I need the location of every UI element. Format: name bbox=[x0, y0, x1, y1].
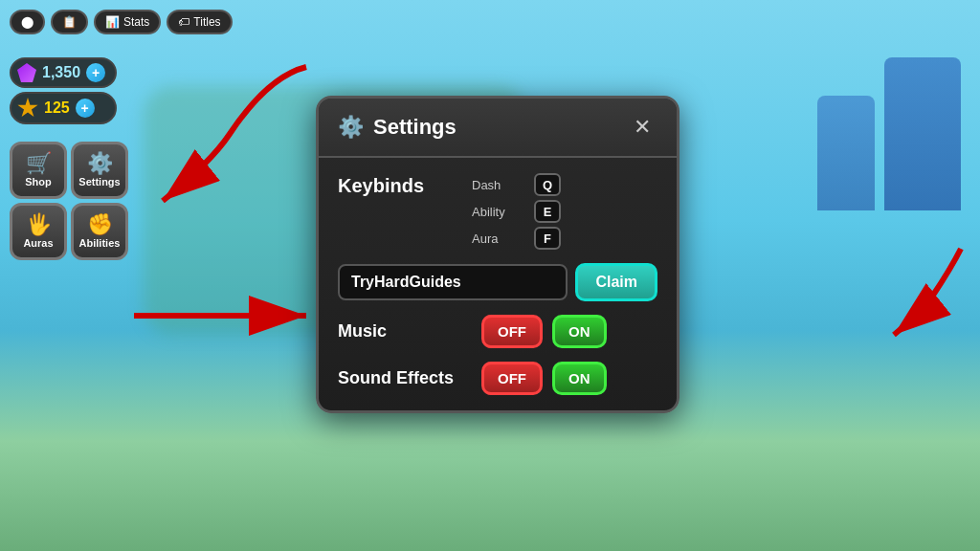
shop-icon: 🛒 bbox=[26, 153, 52, 174]
settings-icon: ⚙️ bbox=[87, 153, 113, 174]
ability-action-label: Ability bbox=[472, 205, 524, 219]
code-row: Claim bbox=[338, 263, 657, 301]
stats-button[interactable]: 📊 Stats bbox=[94, 10, 161, 34]
gems-value: 1,350 bbox=[42, 64, 80, 81]
aura-action-label: Aura bbox=[472, 231, 524, 246]
shop-button[interactable]: 🛒 Shop bbox=[10, 142, 67, 199]
xp-value: 125 bbox=[44, 99, 70, 117]
settings-modal: ⚙️ Settings ✕ Keybinds Dash Q Ability E … bbox=[316, 96, 679, 413]
dash-key[interactable]: Q bbox=[534, 173, 561, 196]
stats-icon: 📊 bbox=[105, 15, 120, 29]
settings-title-row: ⚙️ Settings bbox=[338, 115, 457, 140]
menu-button[interactable]: ⬤ bbox=[10, 10, 45, 34]
close-button[interactable]: ✕ bbox=[627, 112, 657, 143]
xp-display: 125 + bbox=[10, 92, 117, 124]
notification-icon: 📋 bbox=[62, 15, 77, 29]
code-input[interactable] bbox=[338, 264, 568, 300]
keybind-dash: Dash Q bbox=[472, 173, 561, 196]
sound-effects-toggle-row: Sound Effects OFF ON bbox=[338, 362, 657, 395]
keybind-ability: Ability E bbox=[472, 200, 561, 223]
music-off-button[interactable]: OFF bbox=[481, 315, 543, 348]
keybinds-label: Keybinds bbox=[338, 173, 453, 197]
game-buttons-grid: 🛒 Shop ⚙️ Settings 🖐 Auras ✊ Abilities bbox=[10, 142, 128, 260]
star-icon bbox=[17, 98, 38, 119]
building-decoration-2 bbox=[817, 96, 875, 210]
claim-button[interactable]: Claim bbox=[575, 263, 657, 301]
keybinds-section: Keybinds Dash Q Ability E Aura F bbox=[338, 173, 657, 250]
settings-label: Settings bbox=[78, 176, 120, 187]
auras-label: Auras bbox=[23, 237, 53, 249]
add-xp-button[interactable]: + bbox=[76, 99, 95, 118]
building-decoration-1 bbox=[884, 57, 961, 210]
gem-icon bbox=[17, 63, 36, 82]
abilities-button[interactable]: ✊ Abilities bbox=[71, 203, 128, 260]
auras-button[interactable]: 🖐 Auras bbox=[10, 203, 67, 260]
titles-label: Titles bbox=[193, 15, 220, 29]
abilities-icon: ✊ bbox=[87, 214, 113, 235]
music-toggle-row: Music OFF ON bbox=[338, 315, 657, 348]
settings-body: Keybinds Dash Q Ability E Aura F Claim bbox=[319, 158, 677, 410]
settings-header: ⚙️ Settings ✕ bbox=[319, 99, 677, 158]
titles-button[interactable]: 🏷 Titles bbox=[167, 10, 232, 34]
hud: 1,350 + 125 + bbox=[10, 57, 117, 124]
settings-button[interactable]: ⚙️ Settings bbox=[71, 142, 128, 199]
keybind-aura: Aura F bbox=[472, 227, 561, 250]
shop-label: Shop bbox=[25, 176, 52, 187]
gems-display: 1,350 + bbox=[10, 57, 117, 88]
abilities-label: Abilities bbox=[79, 237, 121, 249]
titles-icon: 🏷 bbox=[178, 15, 189, 29]
gear-icon: ⚙️ bbox=[338, 115, 364, 140]
sound-off-button[interactable]: OFF bbox=[481, 362, 543, 395]
sound-on-button[interactable]: ON bbox=[552, 362, 607, 395]
aura-key[interactable]: F bbox=[534, 227, 561, 250]
add-gems-button[interactable]: + bbox=[86, 63, 105, 82]
sound-effects-label: Sound Effects bbox=[338, 368, 472, 388]
circle-icon: ⬤ bbox=[21, 15, 33, 29]
settings-title-text: Settings bbox=[373, 115, 457, 140]
music-label: Music bbox=[338, 321, 472, 342]
ability-key[interactable]: E bbox=[534, 200, 561, 223]
music-on-button[interactable]: ON bbox=[552, 315, 607, 348]
keybinds-list: Dash Q Ability E Aura F bbox=[472, 173, 561, 250]
notification-button[interactable]: 📋 bbox=[51, 10, 88, 34]
stats-label: Stats bbox=[123, 15, 149, 29]
top-bar: ⬤ 📋 📊 Stats 🏷 Titles bbox=[10, 10, 233, 34]
dash-action-label: Dash bbox=[472, 178, 524, 192]
auras-icon: 🖐 bbox=[26, 214, 52, 235]
